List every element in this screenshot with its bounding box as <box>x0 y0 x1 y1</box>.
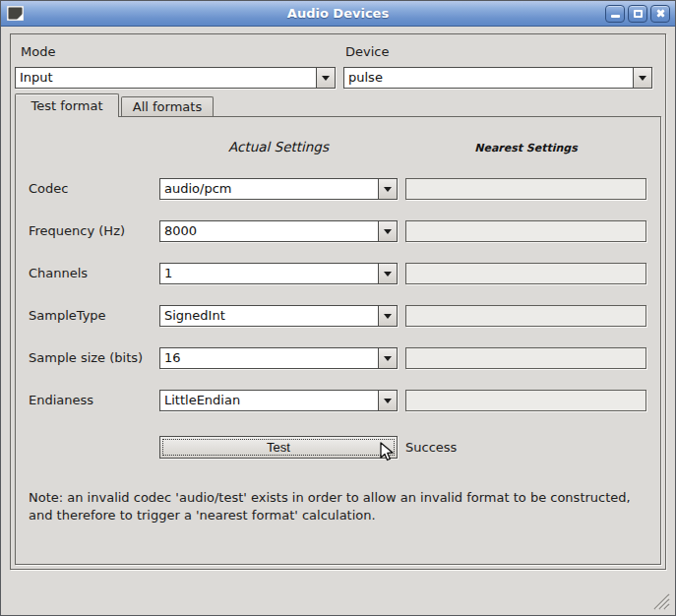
sample-type-label: SampleType <box>29 308 106 323</box>
table-row: Endianess LittleEndian <box>16 390 660 412</box>
channels-nearest-field <box>405 263 646 284</box>
titlebar[interactable]: Audio Devices <box>1 1 675 27</box>
chevron-down-icon <box>384 356 392 361</box>
window-title: Audio Devices <box>1 6 675 21</box>
audio-devices-window: Audio Devices Mode Device Input pulse Te… <box>0 0 676 616</box>
sample-size-select[interactable]: 16 <box>159 347 398 369</box>
table-row: Channels 1 <box>16 263 660 285</box>
mouse-cursor-icon <box>377 442 395 463</box>
channels-selected-value: 1 <box>160 264 378 283</box>
device-dropdown-button[interactable] <box>633 68 651 88</box>
chevron-down-icon <box>639 76 646 81</box>
device-label: Device <box>345 44 389 59</box>
mode-selected-value: Input <box>16 68 316 88</box>
endianess-select[interactable]: LittleEndian <box>159 390 398 411</box>
mode-select[interactable]: Input <box>15 67 336 89</box>
minimize-button[interactable] <box>605 5 625 23</box>
frequency-selected-value: 8000 <box>160 221 378 241</box>
close-icon <box>655 8 666 19</box>
tab-test-format[interactable]: Test format <box>15 93 119 117</box>
sample-type-dropdown-button[interactable] <box>378 306 397 326</box>
sample-type-nearest-field <box>405 305 646 327</box>
test-button[interactable]: Test <box>159 436 398 459</box>
channels-label: Channels <box>29 266 88 280</box>
sample-type-selected-value: SignedInt <box>160 306 378 326</box>
endianess-selected-value: LittleEndian <box>160 391 378 410</box>
main-frame: Mode Device Input pulse Test format All … <box>10 33 666 570</box>
sample-size-dropdown-button[interactable] <box>378 348 397 368</box>
mode-dropdown-button[interactable] <box>316 68 335 88</box>
window-controls <box>605 5 670 23</box>
chevron-down-icon <box>384 399 392 403</box>
channels-select[interactable]: 1 <box>159 263 398 284</box>
close-button[interactable] <box>650 5 670 23</box>
channels-dropdown-button[interactable] <box>378 264 397 283</box>
table-row: SampleType SignedInt <box>16 305 660 328</box>
test-format-panel: Actual Settings Nearest Settings Codec a… <box>15 116 661 565</box>
chevron-down-icon <box>384 272 392 277</box>
sample-size-selected-value: 16 <box>160 348 378 368</box>
nearest-settings-header: Nearest Settings <box>405 142 646 154</box>
sample-type-select[interactable]: SignedInt <box>159 305 398 327</box>
codec-nearest-field <box>405 178 646 200</box>
tab-all-formats[interactable]: All formats <box>121 96 214 116</box>
device-selected-value: pulse <box>344 68 633 88</box>
device-select[interactable]: pulse <box>343 67 652 89</box>
frequency-nearest-field <box>405 220 646 242</box>
frequency-dropdown-button[interactable] <box>378 221 397 241</box>
endianess-nearest-field <box>405 390 646 411</box>
table-row: Codec audio/pcm <box>16 178 660 201</box>
chevron-down-icon <box>384 229 392 234</box>
codec-selected-value: audio/pcm <box>160 179 378 199</box>
endianess-dropdown-button[interactable] <box>378 391 397 410</box>
table-row: Frequency (Hz) 8000 <box>16 220 660 243</box>
maximize-button[interactable] <box>628 5 647 23</box>
note-line-2: and therefore to trigger a 'nearest form… <box>29 507 631 524</box>
chevron-down-icon <box>384 187 392 192</box>
chevron-down-icon <box>384 314 392 319</box>
actual-settings-header: Actual Settings <box>159 139 398 154</box>
minimize-icon <box>611 15 620 18</box>
chevron-down-icon <box>322 76 330 81</box>
note-text: Note: an invalid codec 'audio/test' exis… <box>29 489 631 524</box>
table-row: Sample size (bits) 16 <box>16 347 660 370</box>
sample-size-label: Sample size (bits) <box>29 350 143 365</box>
test-status-text: Success <box>405 440 457 455</box>
codec-select[interactable]: audio/pcm <box>159 178 398 200</box>
endianess-label: Endianess <box>29 393 93 407</box>
codec-label: Codec <box>29 181 68 196</box>
note-line-1: Note: an invalid codec 'audio/test' exis… <box>29 489 631 507</box>
frequency-label: Frequency (Hz) <box>29 223 125 238</box>
maximize-icon <box>634 10 643 18</box>
resize-grip-icon[interactable] <box>650 593 670 610</box>
codec-dropdown-button[interactable] <box>378 179 397 199</box>
frequency-select[interactable]: 8000 <box>159 220 398 242</box>
sample-size-nearest-field <box>405 347 646 369</box>
mode-label: Mode <box>21 44 55 59</box>
